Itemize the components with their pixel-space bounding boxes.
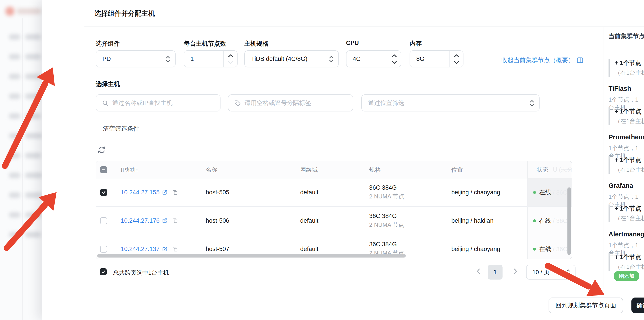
delta-nodes: + 1个节点 [614,253,644,261]
tag-filter-input[interactable]: 请用空格或逗号分隔标签 [228,94,353,111]
summary-group-heading: Prometheus [608,134,644,141]
summary-delta-block: + 1个节点 （在1台主机上） [608,59,644,77]
refresh-icon[interactable] [98,146,106,154]
table-horizontal-scrollbar[interactable] [97,254,406,257]
host-location: beijing / chaoyang [451,235,500,259]
spec-main: 36C 384G [369,184,397,191]
sidebar-item-label-blur [25,54,41,60]
col-status-sticky: U (未分配 状态 [528,161,572,178]
pagination-page-1[interactable]: 1 [488,265,502,279]
nodes-per-host-value: 1 [190,51,194,67]
host-name: host-505 [206,178,229,206]
summary-group-heading: Grafana [608,182,633,189]
host-status-cell: / 36C 在线 [528,178,572,206]
search-icon [102,100,109,107]
chevron-updown-icon [566,268,570,277]
col-ip: IP地址 [121,161,138,178]
table-vertical-scrollbar[interactable] [568,187,571,255]
sidebar-item-label-blur [25,74,41,79]
host-spec-select[interactable]: TiDB default (4C/8G) [244,50,339,67]
status-badge: 在线 [539,217,551,225]
summary-delta-block: + 1个节点 （在1台主机上） [608,107,644,125]
chevron-updown-icon [328,55,334,64]
step-down-icon[interactable] [453,60,460,65]
component-select[interactable]: PD [96,50,176,67]
host-ip-link[interactable]: 10.244.27.176 [121,207,178,235]
page-size-select[interactable]: 10 / 页 [526,265,576,279]
delta-nodes: + 1个节点 [614,59,644,67]
delta-nodes: + 1个节点 [614,107,644,116]
status-online-dot [533,248,536,250]
stepper-controls [223,51,237,67]
ip-text: 10.244.27.137 [121,246,160,253]
collapse-summary-link[interactable]: 收起当前集群节点（概要） [502,56,584,64]
select-all-checkbox[interactable] [100,166,107,173]
select-across-pages-checkbox[interactable] [100,268,107,275]
status-badge: 在线 [539,245,551,253]
location-filter-placeholder: 通过位置筛选 [368,95,404,111]
host-search-input[interactable]: 通过名称或IP查找主机 [96,94,220,111]
status-online-dot [533,219,536,222]
ip-text: 10.244.27.176 [121,217,160,224]
hidden-column-ghost-text: / 36C [553,207,568,235]
external-link-icon[interactable] [162,189,168,195]
nodes-per-host-input[interactable]: 1 [184,50,238,67]
hidden-column-ghost-text: U (未分配 [553,161,572,178]
memory-label: 内存 [410,40,422,48]
modal-title: 选择组件并分配主机 [94,9,155,18]
col-spec: 规格 [369,161,381,178]
clear-filters-button[interactable]: 清空筛选条件 [103,125,139,133]
step-up-icon[interactable] [227,54,234,58]
sidebar-item-icon-blur [9,173,20,178]
table-row[interactable]: 10.244.27.176 host-506 default 36C 384G … [96,207,572,235]
cpu-input[interactable]: 4C [346,50,401,67]
tag-filter-placeholder: 请用空格或逗号分隔标签 [244,95,311,111]
host-ip-link[interactable]: 10.244.27.155 [121,178,178,206]
col-name: 名称 [206,161,217,178]
copy-icon[interactable] [172,246,178,252]
sidebar-item-icon-blur [9,54,20,60]
footer-divider [84,289,644,289]
select-hosts-label: 选择主机 [96,80,120,88]
page-size-value: 10 / 页 [532,265,550,279]
collapse-summary-label: 收起当前集群节点（概要） [502,56,574,64]
delta-nodes: + 1个节点 [614,204,644,213]
location-filter-select[interactable]: 通过位置筛选 [361,94,540,111]
copy-icon[interactable] [172,217,178,224]
host-location: beijing / chaoyang [451,178,500,206]
spec-sub: 2 NUMA 节点 [369,221,404,229]
table-row[interactable]: 10.244.27.155 host-505 default 36C 384G … [96,178,572,207]
tag-icon [234,100,241,107]
row-checkbox-checked[interactable] [100,178,107,206]
summary-group-heading: TiFlash [608,85,631,92]
sidebar-item-label-blur [25,133,42,139]
cpu-label: CPU [346,40,359,47]
back-to-plan-button[interactable]: 回到规划集群节点页面 [548,297,623,313]
external-link-icon[interactable] [162,218,168,224]
step-up-icon[interactable] [391,54,398,58]
confirm-add-pd-button[interactable]: 确认添加 PD [632,297,644,313]
component-label: 选择组件 [96,40,120,48]
host-status-cell: / 36C 在线 [528,235,572,259]
memory-input[interactable]: 8G [410,50,464,67]
spec-sub: 2 NUMA 节点 [369,193,404,200]
sidebar-rail-divider [22,18,23,320]
step-down-icon[interactable] [391,60,398,65]
host-spec: 36C 384G 2 NUMA 节点 [369,207,404,235]
app-logo-blurred [6,7,14,16]
external-link-icon[interactable] [162,246,168,252]
row-checkbox[interactable] [100,207,107,235]
step-down-icon-disabled[interactable] [227,60,234,65]
pagination-next-icon[interactable] [512,266,519,277]
summary-delta-block: + 1个节点 （在1台主机上） [608,156,644,174]
col-location: 位置 [451,161,463,178]
panel-right-icon [576,57,584,64]
sidebar-item-label-blur [25,113,41,119]
summary-delta-block: + 1个节点 （在1台主机上） [608,204,644,222]
component-select-value: PD [102,51,111,67]
screen: 选择组件并分配主机 选择组件 每台主机节点数 主机规格 CPU 内存 PD 1 [0,0,644,320]
step-up-icon[interactable] [453,54,460,58]
copy-icon[interactable] [172,189,178,195]
sidebar-item-icon-blur [9,133,20,139]
pagination-prev-icon[interactable] [475,266,482,277]
